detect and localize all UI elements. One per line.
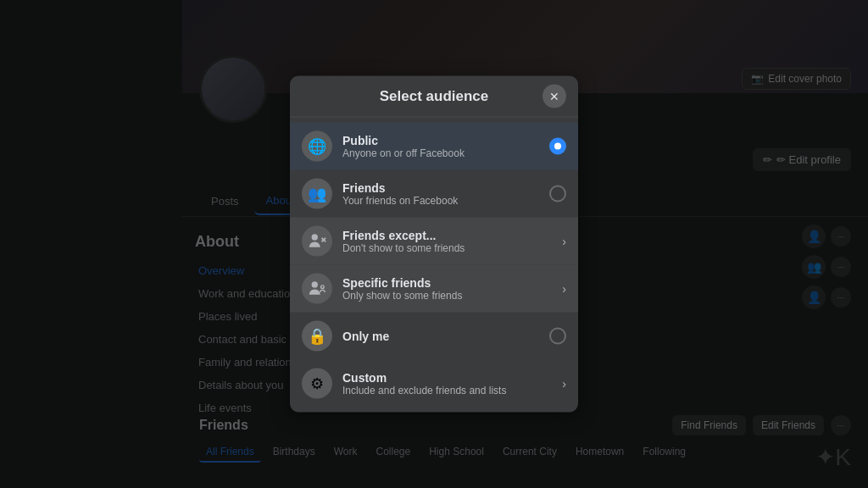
modal-close-button[interactable]: ✕ (542, 85, 566, 108)
friends-except-text: Friends except... Don't show to some fri… (342, 229, 552, 254)
friends-except-name: Friends except... (342, 229, 552, 242)
svg-point-3 (312, 281, 318, 287)
friends-text: Friends Your friends on Facebook (342, 181, 539, 207)
only-me-name: Only me (342, 330, 539, 343)
svg-point-4 (321, 286, 325, 289)
custom-name: Custom (342, 371, 552, 385)
friends-except-icon (302, 226, 332, 257)
audience-option-friends[interactable]: 👥 Friends Your friends on Facebook (290, 170, 578, 218)
specific-friends-text: Specific friends Only show to some frien… (342, 276, 552, 302)
friends-except-desc: Don't show to some friends (342, 242, 552, 254)
modal-title: Select audience (380, 88, 489, 105)
friends-radio (549, 186, 566, 202)
public-name: Public (342, 134, 539, 147)
audience-option-only-me[interactable]: 🔒 Only me (290, 313, 578, 360)
specific-friends-desc: Only show to some friends (342, 290, 552, 302)
only-me-text: Only me (342, 330, 539, 343)
specific-friends-chevron: › (562, 282, 566, 296)
friends-icon: 👥 (302, 179, 332, 209)
specific-friends-name: Specific friends (342, 276, 552, 290)
public-desc: Anyone on or off Facebook (342, 147, 539, 159)
friends-name: Friends (342, 181, 539, 195)
select-audience-modal: Select audience ✕ 🌐 Public Anyone on or … (290, 76, 578, 413)
public-text: Public Anyone on or off Facebook (342, 134, 539, 159)
audience-option-public[interactable]: 🌐 Public Anyone on or off Facebook (290, 123, 578, 170)
audience-option-specific-friends[interactable]: Specific friends Only show to some frien… (290, 265, 578, 313)
only-me-icon: 🔒 (302, 321, 332, 352)
friends-except-chevron: › (562, 235, 566, 248)
public-radio (549, 138, 566, 155)
custom-icon: ⚙ (302, 369, 332, 399)
specific-friends-icon (302, 274, 332, 304)
custom-desc: Include and exclude friends and lists (342, 385, 552, 396)
public-icon: 🌐 (302, 131, 332, 162)
custom-chevron: › (562, 377, 566, 391)
audience-option-custom[interactable]: ⚙ Custom Include and exclude friends and… (290, 360, 578, 408)
close-icon: ✕ (549, 90, 559, 103)
custom-text: Custom Include and exclude friends and l… (342, 371, 552, 396)
modal-body: 🌐 Public Anyone on or off Facebook 👥 Fri… (290, 118, 578, 413)
audience-option-friends-except[interactable]: Friends except... Don't show to some fri… (290, 218, 578, 265)
only-me-radio (549, 328, 566, 345)
modal-header: Select audience ✕ (290, 76, 578, 118)
friends-desc: Your friends on Facebook (342, 195, 539, 207)
svg-point-0 (312, 234, 318, 240)
